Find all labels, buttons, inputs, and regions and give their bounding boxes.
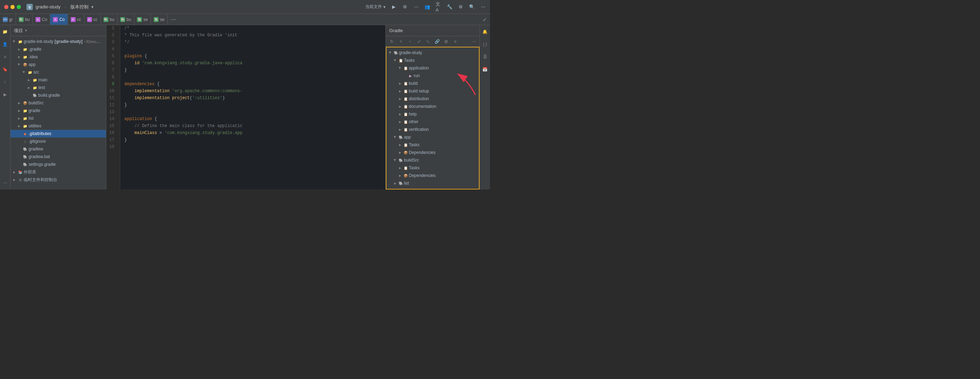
tree-item-utilities[interactable]: ▶ 📁 utilities [10,122,106,130]
tab-cc2[interactable]: K cc [84,14,101,25]
tree-item-app[interactable]: ▶ 📦 app [10,61,106,69]
gradle-item-buildsrc-deps[interactable]: ▶ 📦 Dependencies [387,172,479,179]
tab-bu2[interactable]: 🐘 bu [101,14,118,25]
gradle-collapse-btn[interactable]: ⤡ [424,38,432,45]
tab-cc1[interactable]: K cc [68,14,84,25]
gradle-item-build-setup[interactable]: ▶ 📋 build setup [387,87,479,95]
gradle-item-list[interactable]: ▶ 🐘 list [387,179,479,187]
line-9: 9 [106,81,117,88]
gradle-item-help[interactable]: ▶ 📋 help [387,110,479,118]
gradle-expand-btn[interactable]: ⤢ [415,38,423,45]
tab-se1[interactable]: 🐘 se [134,14,151,25]
tab-co2[interactable]: K Co [50,14,68,25]
tab-bu[interactable]: 🐘 bu [16,14,33,25]
gradle-item-application[interactable]: ▶ 📋 application [387,64,479,72]
gradle-item-build[interactable]: ▶ 📋 build [387,80,479,87]
tree-item-main[interactable]: ▶ 📁 main [10,76,106,84]
line-7: 7 [106,67,117,74]
gradle-item-root[interactable]: ▶ 🐘 gradle-study [387,49,479,56]
tab-gr[interactable]: </> gr [0,14,16,25]
close-button[interactable] [4,5,8,9]
bookmark-btn[interactable]: 🔖 [2,66,9,73]
gradle-item-utilities[interactable]: ▶ 🐘 utilities [387,187,479,190]
tree-item-root[interactable]: ▶ 📁 gradle-init-study [gradle-study]~/Do… [10,38,106,45]
gradle-item-run[interactable]: ▶ ▶ run [387,72,479,80]
gradle-label-build: build [409,81,476,86]
tree-item-external[interactable]: ▶ 📚 外部库 [10,168,106,176]
gradle-filter-btn[interactable]: ≡ [451,38,459,45]
gradle-item-app[interactable]: ▶ 🐘 app [387,133,479,141]
gradle-item-tasks[interactable]: ▶ 📋 Tasks [387,56,479,64]
gradle-group-btn[interactable]: ⊞ [442,38,450,45]
gradle-add-btn[interactable]: + [397,38,405,45]
gradle-refresh-btn[interactable]: ↻ [388,38,396,45]
editor-more-btn[interactable]: ✓ [481,16,488,23]
more-run-icon[interactable]: ⋯ [413,4,419,10]
sidebar-dropdown-arrow[interactable]: ▾ [25,28,27,33]
version-control-btn[interactable]: 版本控制 [70,4,89,10]
calendar-btn[interactable]: 📅 [481,66,489,73]
tree-icon-buildgradle: 🐘 [32,93,38,98]
tree-item-test[interactable]: ▶ 📁 test [10,84,106,91]
tree-item-buildgradle[interactable]: ▶ 🐘 build.gradle [10,91,106,99]
database-btn[interactable]: 🗄 [481,53,489,61]
tree-item-buildsrc[interactable]: ▶ 📦 buildSrc [10,99,106,107]
debug-icon[interactable]: ⚙ [402,4,408,10]
people-icon[interactable]: 👥 [425,4,430,10]
tree-item-settingsgradle[interactable]: ▶ 🐘 settings.gradle [10,160,106,168]
minimize-button[interactable] [10,5,14,9]
maximize-button[interactable] [17,5,21,9]
tab-se2[interactable]: 🐘 se [151,14,168,25]
code-line-10: implementation 'org.apache.commons:commo… [124,88,381,95]
gradle-label-distribution: distribution [409,96,476,101]
gradle-remove-btn[interactable]: − [406,38,414,45]
current-file-btn[interactable]: 当前文件 ▾ [365,4,385,10]
tree-item-gradlew[interactable]: ▶ 🐘 gradlew [10,145,106,153]
tab-bu3[interactable]: 🐘 bu [118,14,134,25]
gradle-item-distribution[interactable]: ▶ 📋 distribution [387,95,479,102]
tab-more-btn[interactable]: ⋯ [168,16,179,23]
project-tree: ▶ 📁 gradle-init-study [gradle-study]~/Do… [10,36,106,190]
run-icon[interactable]: ▶ [391,4,396,10]
tab-co1[interactable]: K Co [33,14,50,25]
tree-item-temp[interactable]: ▶ ⊞ 临时文件和控制台 [10,176,106,184]
structure-right-btn[interactable]: { } [481,40,489,48]
gradle-label-app-deps: Dependencies [409,150,476,155]
gradle-link-btn[interactable]: 🔗 [433,38,441,45]
tree-item-idea[interactable]: ▶ 📁 .idea [10,53,106,61]
notification-btn[interactable]: 🔔 [481,28,489,35]
project-title: gradle-study [35,4,60,10]
gradle-item-verification[interactable]: ▶ 📋 verification [387,126,479,133]
project-view-btn[interactable]: 📁 [2,28,9,35]
code-editor[interactable]: /* * This file was generated by the Grad… [120,25,385,190]
plugin-icon[interactable]: 🔧 [447,4,452,10]
version-control-dropdown[interactable]: ▾ [91,5,94,10]
gradle-item-app-deps[interactable]: ▶ 📦 Dependencies [387,149,479,156]
tab-label-gr: gr [9,17,13,22]
tree-arrow-gradle2: ▶ [17,108,22,113]
tree-item-src[interactable]: ▶ 📁 src [10,69,106,76]
more-sidebar-btn[interactable]: ⋯ [2,179,9,187]
top-more-icon[interactable]: ⋯ [480,4,486,10]
run-panel-btn[interactable]: ▶ [2,91,9,98]
tree-item-gitignore[interactable]: ▶ ◇ .gitignore [10,138,106,145]
tree-item-gitattributes[interactable]: ▶ ◆ .gitattributes [10,130,106,138]
gradle-item-documentation[interactable]: ▶ 📋 documentation [387,102,479,110]
gradle-more-btn[interactable]: ⋯ [470,38,477,45]
gradle-item-other[interactable]: ▶ 📋 other [387,118,479,126]
tree-item-gradlewbat[interactable]: ▶ 🐘 gradlew.bat [10,153,106,160]
translate-icon[interactable]: 文A [436,4,441,10]
tree-item-gradle2[interactable]: ▶ 📁 gradle [10,107,106,115]
gradle-label-app-tasks: Tasks [409,142,476,147]
git-btn[interactable]: ⑂ [2,78,9,86]
gradle-item-buildsrc-tasks[interactable]: ▶ 📋 Tasks [387,164,479,172]
gradle-item-buildsrc[interactable]: ▶ 🐘 buildSrc [387,156,479,164]
structure-btn[interactable]: ≡ [2,53,9,61]
settings-icon[interactable]: ⚙ [458,4,463,10]
tree-item-gradle[interactable]: ▶ 📁 .gradle [10,45,106,53]
search-icon[interactable]: 🔍 [469,4,475,10]
find-btn[interactable]: 👤 [2,40,9,48]
tree-item-list[interactable]: ▶ 📁 list [10,115,106,122]
gradle-label-other: other [409,119,476,124]
gradle-item-app-tasks[interactable]: ▶ 📋 Tasks [387,141,479,149]
